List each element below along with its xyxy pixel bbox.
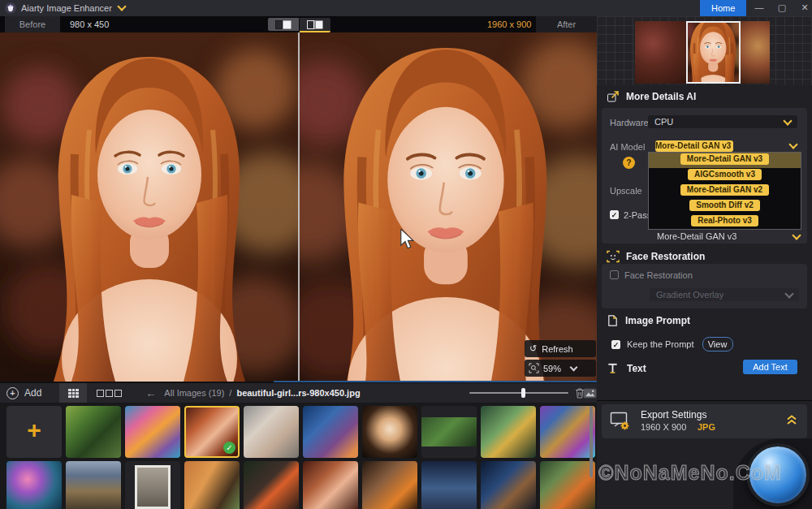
- collapse-double-chevron-icon[interactable]: [786, 415, 797, 425]
- image-prompt-header: Image Prompt: [607, 314, 690, 327]
- zoom-control[interactable]: 59%: [525, 360, 596, 377]
- thumbnail-white-flower[interactable]: [362, 406, 417, 458]
- export-settings-panel[interactable]: Export Settings 1960 X 900 JPG: [602, 404, 807, 438]
- plus-icon: +: [6, 406, 62, 455]
- face-restoration-checkbox[interactable]: [610, 270, 619, 279]
- upscale-label: Upscale: [610, 186, 642, 196]
- selected-check-icon: ✓: [223, 442, 235, 454]
- maximize-icon[interactable]: ▢: [771, 2, 793, 13]
- dropdown-option[interactable]: Real-Photo v3: [649, 214, 801, 230]
- refresh-label: Refresh: [542, 344, 573, 354]
- thumbnail-blonde-woman[interactable]: [244, 406, 299, 458]
- single-view-icon: [275, 20, 292, 29]
- thumbnail-vintage-photo[interactable]: [125, 461, 180, 509]
- thumbnail-jungle-stream[interactable]: [421, 406, 477, 458]
- ai-model-dropdown: More-Detail GAN v3 AIGCsmooth v3 More-De…: [648, 152, 801, 230]
- app-title: Aiarty Image Enhancer: [21, 3, 112, 13]
- dropdown-option[interactable]: More-Detail GAN v2: [649, 183, 801, 199]
- current-filename: beautiful-girl...rs-980x450.jpg: [236, 388, 360, 398]
- hardware-select[interactable]: CPU: [648, 115, 797, 128]
- ai-model-label: AI Model: [610, 142, 645, 152]
- face-restoration-title: Face Restoration: [626, 251, 705, 262]
- keep-prompt-checkbox[interactable]: ✓: [611, 340, 620, 349]
- ai-model-value-pill[interactable]: More-Detail GAN v3: [655, 140, 733, 152]
- minimize-icon[interactable]: —: [749, 2, 770, 12]
- second-model-value[interactable]: More-Detail GAN v3: [657, 231, 736, 241]
- thumbnail-red-haired-girl-selected[interactable]: ✓: [184, 406, 240, 458]
- close-icon[interactable]: ✕: [794, 2, 812, 13]
- slider-handle[interactable]: [521, 388, 525, 398]
- text-tool-icon: [607, 362, 619, 374]
- thumbnail-blue-potion[interactable]: [303, 406, 358, 458]
- app-menu-chevron-icon[interactable]: [117, 2, 126, 11]
- thumbnail-night-mountains[interactable]: [421, 461, 477, 509]
- thumbnail-anime-girl-lizard[interactable]: [66, 406, 121, 458]
- compare-bar: Before 980 x 450 1960 x 900 After: [0, 16, 597, 32]
- export-size-value: 1960 X 900: [641, 422, 686, 432]
- dropdown-option[interactable]: AIGCsmooth v3: [649, 168, 801, 183]
- more-details-icon: [607, 90, 620, 103]
- list-view-button[interactable]: [95, 383, 123, 403]
- add-text-button[interactable]: Add Text: [743, 360, 797, 374]
- thumbnail-tiger[interactable]: [184, 461, 240, 509]
- ai-model-chevron-icon[interactable]: [788, 140, 797, 149]
- image-prompt-title: Image Prompt: [625, 315, 690, 326]
- thumbnail-size-slider[interactable]: [469, 392, 568, 394]
- split-view-icon: [307, 20, 323, 29]
- thumbnail-add-tile[interactable]: +: [6, 406, 62, 458]
- refresh-icon: ↺: [529, 343, 537, 354]
- grid-view-button[interactable]: [59, 383, 87, 403]
- after-preview-image[interactable]: [299, 32, 597, 382]
- dropdown-option[interactable]: More-Detail GAN v3: [649, 153, 801, 168]
- thumbnail-jellyfish[interactable]: [6, 461, 62, 509]
- before-size-label: 980 x 450: [70, 19, 109, 29]
- app-logo-icon: [5, 2, 16, 15]
- thumbnail-toucan[interactable]: [244, 461, 299, 509]
- help-question-icon[interactable]: ?: [623, 157, 635, 169]
- thumbnail-space-diver[interactable]: [481, 461, 536, 509]
- face-restoration-header: Face Restoration: [607, 250, 705, 263]
- dropdown-option[interactable]: Smooth Diff v2: [649, 199, 801, 214]
- export-format-value: JPG: [698, 422, 715, 432]
- view-prompt-button[interactable]: View: [702, 337, 733, 352]
- trash-icon[interactable]: [575, 387, 585, 399]
- thumbnail-game-badges[interactable]: [540, 406, 595, 458]
- before-preview-image[interactable]: [0, 32, 299, 382]
- two-pass-checkbox[interactable]: ✓: [610, 210, 619, 219]
- preview-scroll-indicator[interactable]: [274, 381, 597, 382]
- hardware-label: Hardware: [610, 118, 649, 127]
- compare-divider[interactable]: [298, 32, 300, 382]
- settings-sidebar: More Details AI Hardware CPU AI Model Mo…: [597, 16, 812, 509]
- navigator-panel: [597, 16, 812, 85]
- before-tab[interactable]: Before: [5, 16, 60, 32]
- thumbnail-scrollbar[interactable]: [590, 406, 593, 477]
- app-window: Aiarty Image Enhancer Home — ▢ ✕ Before …: [0, 0, 812, 509]
- text-title: Text: [627, 363, 646, 374]
- thumbnail-flower-crown-woman[interactable]: [125, 406, 180, 458]
- refresh-button[interactable]: ↺ Refresh: [525, 340, 596, 357]
- second-model-chevron-icon[interactable]: [792, 231, 801, 239]
- back-arrow-icon[interactable]: ←: [145, 387, 156, 399]
- breadcrumb[interactable]: All Images (19): [164, 388, 224, 398]
- zoom-chevron-icon: [570, 363, 578, 371]
- view-mode-split-button[interactable]: [300, 18, 330, 32]
- text-header: Text: [607, 362, 646, 374]
- watermark-text: ©NoNaMeNo.CoM: [598, 461, 782, 485]
- add-button[interactable]: + Add: [6, 387, 41, 399]
- thumbnail-terrarium-jar[interactable]: [481, 406, 536, 458]
- thumbnail-monk-orange[interactable]: [362, 461, 417, 509]
- export-monitor-gear-icon: [610, 411, 631, 430]
- thumbnail-braided-redhead[interactable]: [303, 461, 358, 509]
- face-restoration-checkbox-label: Face Restoration: [624, 270, 693, 280]
- home-button[interactable]: Home: [700, 0, 746, 16]
- mouse-cursor: [400, 229, 414, 252]
- navigator-crop-box[interactable]: [686, 21, 741, 84]
- thumbnail-size-icon: [583, 388, 597, 399]
- keep-prompt-row: ✓ Keep the Prompt View: [611, 337, 733, 352]
- after-tab[interactable]: After: [536, 16, 597, 32]
- face-style-select[interactable]: Gradient Overlay: [650, 288, 799, 301]
- thumbnail-mountain-truck[interactable]: [66, 461, 121, 509]
- view-mode-single-button[interactable]: [268, 18, 299, 31]
- export-settings-title: Export Settings: [641, 409, 706, 421]
- thumbnail-greenhouse[interactable]: [540, 461, 595, 509]
